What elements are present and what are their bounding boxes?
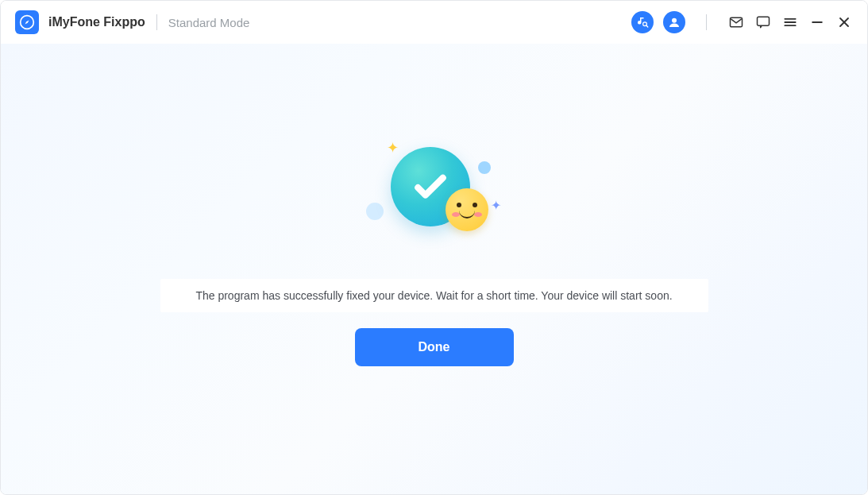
music-search-button[interactable] xyxy=(631,11,654,33)
checkmark-icon xyxy=(409,165,452,208)
menu-icon xyxy=(782,14,798,30)
minimize-icon xyxy=(809,14,825,30)
twinkle-icon: ✦ xyxy=(491,198,501,213)
success-message: The program has successfully fixed your … xyxy=(160,279,708,312)
app-title: iMyFone Fixppo xyxy=(48,15,145,29)
menu-button[interactable] xyxy=(781,14,799,31)
close-icon xyxy=(836,14,852,30)
svg-point-3 xyxy=(672,18,677,23)
account-button[interactable] xyxy=(663,11,685,33)
compass-icon xyxy=(19,14,35,30)
actions-divider xyxy=(706,14,707,30)
mail-button[interactable] xyxy=(727,14,745,31)
done-button[interactable]: Done xyxy=(355,328,514,366)
title-divider xyxy=(156,14,157,30)
close-button[interactable] xyxy=(835,14,853,31)
sparkle-icon: ✦ xyxy=(387,139,399,157)
app-window: iMyFone Fixppo Standard Mode xyxy=(0,0,868,495)
content-area: ✦ ✦ The program has successfully fixed y… xyxy=(1,44,867,494)
mode-label: Standard Mode xyxy=(168,16,250,29)
feedback-button[interactable] xyxy=(754,14,772,31)
svg-rect-5 xyxy=(758,17,770,25)
feedback-icon xyxy=(755,14,771,30)
titlebar-actions xyxy=(631,11,853,33)
bubble-icon xyxy=(366,203,384,220)
app-logo xyxy=(15,10,39,34)
music-search-icon xyxy=(635,15,650,29)
svg-line-2 xyxy=(646,25,648,27)
minimize-button[interactable] xyxy=(808,14,826,31)
success-illustration: ✦ ✦ xyxy=(363,139,506,250)
bubble-icon xyxy=(478,161,491,174)
smiley-icon xyxy=(446,188,488,231)
account-icon xyxy=(667,15,681,29)
mail-icon xyxy=(728,14,744,30)
titlebar: iMyFone Fixppo Standard Mode xyxy=(1,1,867,44)
